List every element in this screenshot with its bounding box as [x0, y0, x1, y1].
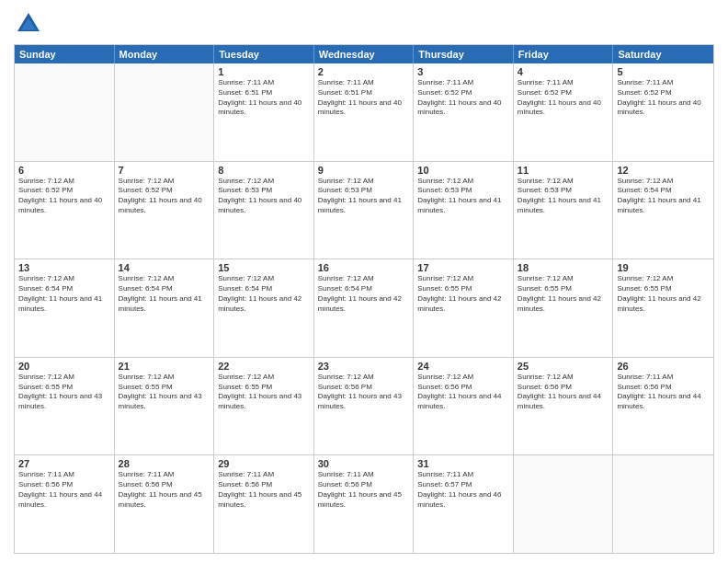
day-info: Sunrise: 7:11 AM Sunset: 6:52 PM Dayligh…: [617, 78, 710, 118]
calendar-day-cell: 14Sunrise: 7:12 AM Sunset: 6:54 PM Dayli…: [115, 259, 215, 357]
day-info: Sunrise: 7:11 AM Sunset: 6:56 PM Dayligh…: [218, 470, 310, 510]
day-number: 31: [417, 458, 509, 469]
calendar-header-cell: Friday: [514, 45, 614, 63]
calendar-row: 6Sunrise: 7:12 AM Sunset: 6:52 PM Daylig…: [15, 161, 713, 259]
day-info: Sunrise: 7:12 AM Sunset: 6:56 PM Dayligh…: [417, 373, 509, 412]
day-number: 9: [318, 165, 410, 176]
logo: [14, 9, 45, 39]
day-info: Sunrise: 7:12 AM Sunset: 6:56 PM Dayligh…: [518, 373, 609, 412]
calendar-day-cell: 31Sunrise: 7:11 AM Sunset: 6:57 PM Dayli…: [414, 455, 514, 553]
calendar-day-cell: 12Sunrise: 7:12 AM Sunset: 6:54 PM Dayli…: [613, 162, 713, 259]
calendar-day-cell: 28Sunrise: 7:11 AM Sunset: 6:56 PM Dayli…: [115, 455, 215, 553]
day-number: 8: [218, 165, 310, 176]
day-info: Sunrise: 7:12 AM Sunset: 6:55 PM Dayligh…: [218, 373, 310, 412]
day-number: 21: [119, 361, 210, 372]
calendar-row: 1Sunrise: 7:11 AM Sunset: 6:51 PM Daylig…: [15, 63, 713, 161]
calendar-day-cell: 1Sunrise: 7:11 AM Sunset: 6:51 PM Daylig…: [214, 63, 314, 161]
calendar-day-cell: 5Sunrise: 7:11 AM Sunset: 6:52 PM Daylig…: [613, 63, 713, 161]
day-info: Sunrise: 7:11 AM Sunset: 6:56 PM Dayligh…: [119, 470, 210, 510]
day-info: Sunrise: 7:12 AM Sunset: 6:56 PM Dayligh…: [318, 373, 410, 412]
day-info: Sunrise: 7:12 AM Sunset: 6:53 PM Dayligh…: [417, 177, 509, 216]
calendar-row: 13Sunrise: 7:12 AM Sunset: 6:54 PM Dayli…: [15, 259, 713, 357]
calendar-day-cell: 15Sunrise: 7:12 AM Sunset: 6:54 PM Dayli…: [214, 259, 314, 357]
calendar-day-cell: 2Sunrise: 7:11 AM Sunset: 6:51 PM Daylig…: [314, 63, 415, 161]
calendar-empty-cell: [613, 455, 713, 553]
day-number: 25: [518, 361, 609, 372]
day-info: Sunrise: 7:12 AM Sunset: 6:54 PM Dayligh…: [218, 274, 310, 314]
day-number: 24: [417, 361, 509, 372]
day-number: 6: [18, 165, 110, 176]
day-info: Sunrise: 7:12 AM Sunset: 6:54 PM Dayligh…: [18, 274, 110, 314]
calendar-day-cell: 13Sunrise: 7:12 AM Sunset: 6:54 PM Dayli…: [15, 259, 115, 357]
day-info: Sunrise: 7:11 AM Sunset: 6:56 PM Dayligh…: [318, 470, 410, 510]
calendar-day-cell: 21Sunrise: 7:12 AM Sunset: 6:55 PM Dayli…: [115, 358, 215, 455]
day-number: 20: [18, 361, 110, 372]
day-number: 30: [318, 458, 410, 469]
calendar-day-cell: 24Sunrise: 7:12 AM Sunset: 6:56 PM Dayli…: [414, 358, 514, 455]
day-info: Sunrise: 7:12 AM Sunset: 6:55 PM Dayligh…: [18, 373, 110, 412]
day-info: Sunrise: 7:12 AM Sunset: 6:53 PM Dayligh…: [218, 177, 310, 216]
day-number: 3: [417, 66, 509, 77]
day-number: 19: [617, 262, 710, 273]
calendar-header-cell: Saturday: [613, 45, 713, 63]
day-number: 22: [218, 361, 310, 372]
day-info: Sunrise: 7:12 AM Sunset: 6:52 PM Dayligh…: [18, 177, 110, 216]
day-info: Sunrise: 7:12 AM Sunset: 6:54 PM Dayligh…: [119, 274, 210, 314]
day-number: 13: [18, 262, 110, 273]
day-info: Sunrise: 7:11 AM Sunset: 6:51 PM Dayligh…: [218, 78, 310, 118]
day-number: 23: [318, 361, 410, 372]
day-info: Sunrise: 7:12 AM Sunset: 6:55 PM Dayligh…: [417, 274, 509, 314]
calendar-day-cell: 3Sunrise: 7:11 AM Sunset: 6:52 PM Daylig…: [414, 63, 514, 161]
calendar-empty-cell: [115, 63, 215, 161]
day-number: 29: [218, 458, 310, 469]
calendar-day-cell: 22Sunrise: 7:12 AM Sunset: 6:55 PM Dayli…: [214, 358, 314, 455]
calendar-day-cell: 6Sunrise: 7:12 AM Sunset: 6:52 PM Daylig…: [15, 162, 115, 259]
calendar-day-cell: 7Sunrise: 7:12 AM Sunset: 6:52 PM Daylig…: [115, 162, 215, 259]
calendar-header-cell: Thursday: [414, 45, 514, 63]
calendar-day-cell: 25Sunrise: 7:12 AM Sunset: 6:56 PM Dayli…: [514, 358, 614, 455]
calendar-day-cell: 17Sunrise: 7:12 AM Sunset: 6:55 PM Dayli…: [414, 259, 514, 357]
calendar-day-cell: 10Sunrise: 7:12 AM Sunset: 6:53 PM Dayli…: [414, 162, 514, 259]
day-info: Sunrise: 7:11 AM Sunset: 6:56 PM Dayligh…: [18, 470, 110, 510]
calendar-header-row: SundayMondayTuesdayWednesdayThursdayFrid…: [15, 45, 713, 63]
day-number: 26: [617, 361, 710, 372]
calendar-body: 1Sunrise: 7:11 AM Sunset: 6:51 PM Daylig…: [15, 63, 713, 553]
calendar-row: 27Sunrise: 7:11 AM Sunset: 6:56 PM Dayli…: [15, 454, 713, 553]
calendar-day-cell: 19Sunrise: 7:12 AM Sunset: 6:55 PM Dayli…: [613, 259, 713, 357]
day-info: Sunrise: 7:11 AM Sunset: 6:52 PM Dayligh…: [417, 78, 509, 118]
calendar-day-cell: 30Sunrise: 7:11 AM Sunset: 6:56 PM Dayli…: [314, 455, 415, 553]
day-number: 2: [318, 66, 410, 77]
day-number: 7: [119, 165, 210, 176]
day-number: 18: [518, 262, 609, 273]
calendar-day-cell: 23Sunrise: 7:12 AM Sunset: 6:56 PM Dayli…: [314, 358, 415, 455]
calendar-row: 20Sunrise: 7:12 AM Sunset: 6:55 PM Dayli…: [15, 357, 713, 455]
day-number: 11: [518, 165, 609, 176]
day-number: 17: [417, 262, 509, 273]
day-number: 4: [518, 66, 609, 77]
calendar-day-cell: 18Sunrise: 7:12 AM Sunset: 6:55 PM Dayli…: [514, 259, 614, 357]
day-number: 16: [318, 262, 410, 273]
day-number: 10: [417, 165, 509, 176]
calendar-header-cell: Tuesday: [214, 45, 314, 63]
day-info: Sunrise: 7:12 AM Sunset: 6:55 PM Dayligh…: [518, 274, 609, 314]
calendar-day-cell: 9Sunrise: 7:12 AM Sunset: 6:53 PM Daylig…: [314, 162, 415, 259]
calendar-day-cell: 4Sunrise: 7:11 AM Sunset: 6:52 PM Daylig…: [514, 63, 614, 161]
day-number: 14: [119, 262, 210, 273]
calendar-header-cell: Sunday: [15, 45, 115, 63]
logo-icon: [14, 9, 43, 39]
calendar-day-cell: 20Sunrise: 7:12 AM Sunset: 6:55 PM Dayli…: [15, 358, 115, 455]
page: SundayMondayTuesdayWednesdayThursdayFrid…: [0, 0, 728, 563]
header: [14, 9, 714, 39]
day-info: Sunrise: 7:12 AM Sunset: 6:55 PM Dayligh…: [617, 274, 710, 314]
day-info: Sunrise: 7:12 AM Sunset: 6:53 PM Dayligh…: [318, 177, 410, 216]
calendar-day-cell: 11Sunrise: 7:12 AM Sunset: 6:53 PM Dayli…: [514, 162, 614, 259]
calendar-day-cell: 16Sunrise: 7:12 AM Sunset: 6:54 PM Dayli…: [314, 259, 415, 357]
day-info: Sunrise: 7:11 AM Sunset: 6:56 PM Dayligh…: [617, 373, 710, 412]
day-number: 27: [18, 458, 110, 469]
calendar-header-cell: Wednesday: [314, 45, 415, 63]
calendar-header-cell: Monday: [115, 45, 215, 63]
day-number: 28: [119, 458, 210, 469]
day-info: Sunrise: 7:12 AM Sunset: 6:54 PM Dayligh…: [617, 177, 710, 216]
calendar-day-cell: 29Sunrise: 7:11 AM Sunset: 6:56 PM Dayli…: [214, 455, 314, 553]
day-number: 1: [218, 66, 310, 77]
